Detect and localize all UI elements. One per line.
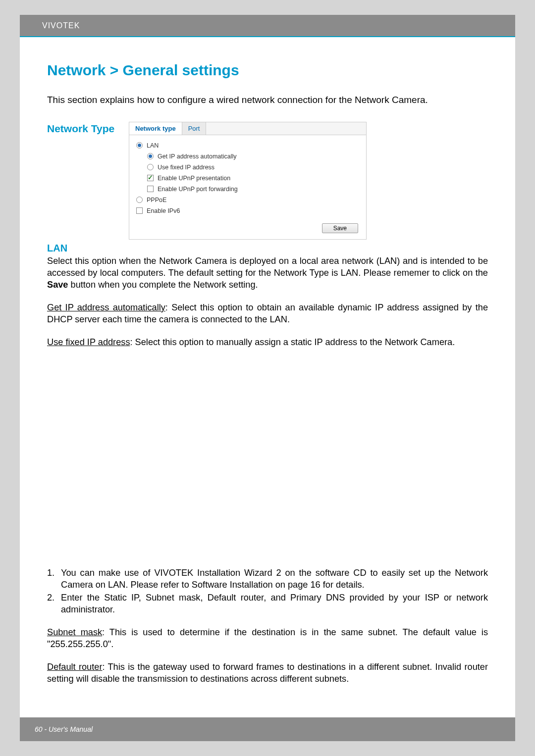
content-area: Network > General settings This section …: [20, 37, 515, 685]
list-num-1: 1.: [47, 567, 61, 591]
list-text-2: Enter the Static IP, Subnet mask, Defaul…: [61, 592, 488, 615]
option-upnp-pres-label: Enable UPnP presentation: [158, 175, 230, 182]
fixedip-paragraph: Use fixed IP address: Select this option…: [47, 336, 488, 348]
tab-bar: Network type Port: [129, 122, 366, 135]
list-item-1: 1. You can make use of VIVOTEK Installat…: [47, 567, 488, 591]
router-paragraph: Default router: This is the gateway used…: [47, 661, 488, 685]
checkbox-ipv6-icon[interactable]: [136, 207, 143, 214]
tab-port[interactable]: Port: [182, 122, 207, 135]
lan-paragraph: Select this option when the Network Came…: [47, 255, 488, 291]
option-lan-label: LAN: [147, 142, 159, 149]
lan-text-b: button when you complete the Network set…: [68, 280, 258, 290]
option-pppoe[interactable]: PPPoE: [136, 197, 361, 203]
subnet-text: : This is used to determine if the desti…: [47, 627, 488, 649]
radio-pppoe-icon[interactable]: [136, 197, 143, 203]
fixedip-underline: Use fixed IP address: [47, 337, 130, 347]
option-pppoe-label: PPPoE: [147, 197, 166, 203]
subnet-paragraph: Subnet mask: This is used to determine i…: [47, 626, 488, 650]
option-ipv6[interactable]: Enable IPv6: [136, 207, 361, 214]
footer-text: 60 - User's Manual: [35, 725, 93, 733]
fixedip-text: : Select this option to manually assign …: [130, 337, 455, 347]
router-underline: Default router: [47, 662, 102, 672]
numbered-list: 1. You can make use of VIVOTEK Installat…: [47, 567, 488, 615]
option-get-ip-label: Get IP address automatically: [158, 153, 237, 160]
option-fixed-ip[interactable]: Use fixed IP address: [147, 164, 361, 171]
footer-bar: 60 - User's Manual: [20, 717, 515, 741]
brand-logo: VIVOTEK: [42, 21, 80, 30]
getip-paragraph: Get IP address automatically: Select thi…: [47, 302, 488, 325]
page-title: Network > General settings: [47, 62, 488, 79]
radio-getip-icon[interactable]: [147, 153, 154, 159]
settings-panel: Network type Port LAN Get IP address aut…: [129, 122, 367, 240]
lan-text-a: Select this option when the Network Came…: [47, 256, 488, 278]
radio-lan-icon[interactable]: [136, 142, 143, 149]
option-upnp-portfwd[interactable]: Enable UPnP port forwarding: [147, 186, 361, 193]
lan-heading: LAN: [47, 243, 488, 254]
radio-fixedip-icon[interactable]: [147, 164, 154, 170]
router-text: : This is the gateway used to forward fr…: [47, 662, 488, 684]
list-num-2: 2.: [47, 592, 61, 615]
getip-underline: Get IP address automatically: [47, 302, 165, 312]
option-fixed-ip-label: Use fixed IP address: [158, 164, 214, 171]
header-bar: VIVOTEK: [20, 15, 515, 37]
option-upnp-port-label: Enable UPnP port forwarding: [158, 186, 238, 193]
list-item-2: 2. Enter the Static IP, Subnet mask, Def…: [47, 592, 488, 615]
options-area: LAN Get IP address automatically Use fix…: [129, 135, 366, 221]
lan-text-bold: Save: [47, 280, 68, 290]
network-type-label: Network Type: [47, 122, 129, 135]
page-container: VIVOTEK Network > General settings This …: [20, 15, 515, 741]
intro-text: This section explains how to configure a…: [47, 94, 488, 107]
network-type-row: Network Type Network type Port LAN Get I…: [47, 122, 488, 240]
save-button[interactable]: Save: [322, 223, 358, 233]
list-text-1: You can make use of VIVOTEK Installation…: [61, 567, 488, 591]
blank-spacer: [47, 359, 488, 567]
checkbox-upnp-pres-icon[interactable]: [147, 175, 154, 181]
checkbox-upnp-port-icon[interactable]: [147, 186, 154, 192]
option-upnp-presentation[interactable]: Enable UPnP presentation: [147, 175, 361, 182]
subnet-underline: Subnet mask: [47, 627, 102, 637]
option-ipv6-label: Enable IPv6: [147, 207, 180, 214]
option-lan[interactable]: LAN: [136, 142, 361, 149]
tab-network-type[interactable]: Network type: [129, 122, 182, 135]
save-row: Save: [129, 221, 366, 233]
option-get-ip[interactable]: Get IP address automatically: [147, 153, 361, 160]
